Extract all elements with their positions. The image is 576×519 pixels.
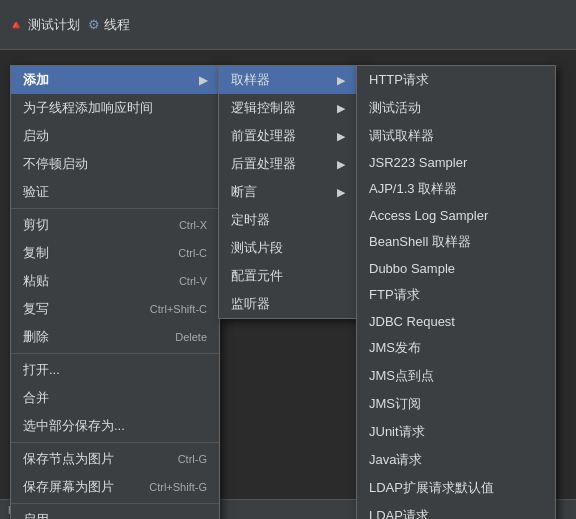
top-bar-subtitle: 线程 [104,16,130,34]
menu-divider [11,208,219,209]
menu3-item-jms-point[interactable]: JMS点到点 [357,362,555,390]
menu3-item-jms-publish[interactable]: JMS发布 [357,334,555,362]
menu1-item-paste[interactable]: 粘贴Ctrl-V [11,267,219,295]
menu1-item-enable[interactable]: 启用 [11,506,219,519]
menu1-item-add[interactable]: 添加▶ [11,66,219,94]
menu1-item-save-selection[interactable]: 选中部分保存为... [11,412,219,440]
menu-divider [11,442,219,443]
menu2-item-logic-controller[interactable]: 逻辑控制器▶ [219,94,357,122]
gear-icon: ⚙ [88,17,100,32]
menu3-item-test-activity[interactable]: 测试活动 [357,94,555,122]
menu3-item-http-request[interactable]: HTTP请求 [357,66,555,94]
menu2-item-timer[interactable]: 定时器 [219,206,357,234]
menu1-item-cut[interactable]: 剪切Ctrl-X [11,211,219,239]
menu3-item-beanshell-sampler[interactable]: BeanShell 取样器 [357,228,555,256]
menu3-item-debug-sampler[interactable]: 调试取样器 [357,122,555,150]
menu1-item-save-screen-as-image[interactable]: 保存屏幕为图片Ctrl+Shift-G [11,473,219,501]
menu3-item-ldap-extended[interactable]: LDAP扩展请求默认值 [357,474,555,502]
menu2-item-config-element[interactable]: 配置元件 [219,262,357,290]
menu2-item-sampler[interactable]: 取样器▶ [219,66,357,94]
context-menu-2: 取样器▶逻辑控制器▶前置处理器▶后置处理器▶断言▶定时器测试片段配置元件监听器 [218,65,358,319]
context-menu-3: HTTP请求测试活动调试取样器JSR223 SamplerAJP/1.3 取样器… [356,65,556,519]
menu3-item-ldap-request[interactable]: LDAP请求 [357,502,555,519]
tree-icon: 🔺 [8,17,24,32]
menu3-item-junit-request[interactable]: JUnit请求 [357,418,555,446]
menu1-item-duplicate[interactable]: 复写Ctrl+Shift-C [11,295,219,323]
menu1-item-add-think-time[interactable]: 为子线程添加响应时间 [11,94,219,122]
menu1-item-start-no-pause[interactable]: 不停顿启动 [11,150,219,178]
top-bar: 🔺 测试计划 ⚙ 线程 [0,0,576,50]
menu1-item-copy[interactable]: 复制Ctrl-C [11,239,219,267]
menu-divider [11,503,219,504]
menu3-item-ajp-sampler[interactable]: AJP/1.3 取样器 [357,175,555,203]
menu3-item-access-log-sampler[interactable]: Access Log Sampler [357,203,555,228]
menu1-item-start[interactable]: 启动 [11,122,219,150]
menu2-item-listener[interactable]: 监听器 [219,290,357,318]
menu2-item-test-fragment[interactable]: 测试片段 [219,234,357,262]
menu1-item-validate[interactable]: 验证 [11,178,219,206]
menu3-item-jsr223-sampler[interactable]: JSR223 Sampler [357,150,555,175]
menu2-item-post-processor[interactable]: 后置处理器▶ [219,150,357,178]
menu-divider [11,353,219,354]
menu3-item-ftp-request[interactable]: FTP请求 [357,281,555,309]
menu1-item-delete[interactable]: 删除Delete [11,323,219,351]
menu2-item-assertion[interactable]: 断言▶ [219,178,357,206]
menu3-item-jdbc-request[interactable]: JDBC Request [357,309,555,334]
top-bar-title: 测试计划 [28,16,80,34]
menu3-item-java-request[interactable]: Java请求 [357,446,555,474]
menu3-item-jms-subscribe[interactable]: JMS订阅 [357,390,555,418]
menu2-item-pre-processor[interactable]: 前置处理器▶ [219,122,357,150]
menu1-item-open[interactable]: 打开... [11,356,219,384]
context-menu-1: 添加▶为子线程添加响应时间启动不停顿启动验证剪切Ctrl-X复制Ctrl-C粘贴… [10,65,220,519]
menu3-item-dubbo-sample[interactable]: Dubbo Sample [357,256,555,281]
menu1-item-merge[interactable]: 合并 [11,384,219,412]
menu1-item-save-node-as-image[interactable]: 保存节点为图片Ctrl-G [11,445,219,473]
